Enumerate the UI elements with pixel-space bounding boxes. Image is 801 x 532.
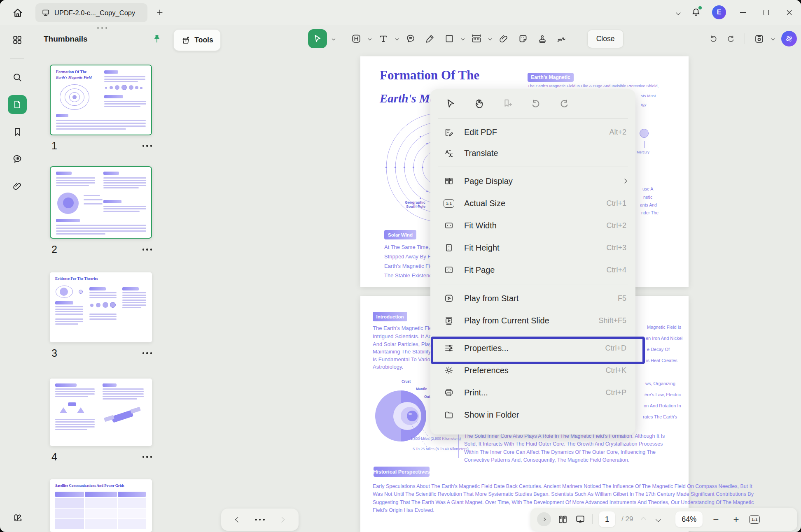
thumbnail-page-3[interactable]: Evidence For The Theories (50, 272, 152, 342)
new-tab-button[interactable] (154, 7, 166, 18)
menu-item-page-display[interactable]: Page Display (430, 170, 635, 192)
add-bookmark-icon[interactable] (501, 98, 514, 110)
pen-tool-button[interactable] (423, 32, 437, 46)
doc-text-line: Suggesting That The Earth Was A Giant Ma… (373, 499, 754, 505)
doc-text-fragment: e Decay Of (647, 347, 670, 352)
menu-item-play-from-current-slide[interactable]: Play from Current Slide Shift+F5 (430, 309, 635, 332)
presentation-mode-button[interactable] (574, 513, 586, 525)
doc-text-fragment: ère's Law, Electric (645, 392, 681, 397)
thumbnail-page-5[interactable]: Satellite Communications And Power Grids (50, 479, 152, 532)
menu-item-preferences[interactable]: Preferences Ctrl+K (430, 359, 635, 381)
shape-tool-button[interactable] (442, 32, 456, 46)
thumbnail-page-2[interactable] (50, 166, 152, 239)
back-button[interactable] (236, 516, 240, 523)
page-icon (12, 99, 23, 110)
menu-item-fit-page[interactable]: Fit Page Ctrl+4 (430, 259, 635, 281)
sticker-icon (517, 33, 529, 44)
zoom-out-button[interactable]: − (709, 514, 723, 524)
doc-text-line: Solid, It Interacts With The Fluid Outer… (464, 441, 663, 447)
text-tool-dropdown[interactable] (395, 37, 399, 40)
undo-icon[interactable] (530, 98, 542, 110)
previous-page-button[interactable] (639, 516, 648, 523)
close-window-button[interactable] (783, 6, 795, 19)
thumbnail-page-4[interactable] (50, 379, 152, 446)
sidebar-item-palette[interactable] (8, 508, 27, 527)
next-page-button[interactable] (654, 516, 663, 523)
attachment-tool-button[interactable] (497, 32, 511, 46)
sidebar-item-bookmark[interactable] (8, 122, 27, 141)
reading-mode-button[interactable] (557, 514, 568, 525)
redo-button[interactable] (726, 34, 736, 44)
measure-tool-button[interactable] (469, 32, 483, 46)
sidebar-item-attachment[interactable] (8, 177, 27, 195)
plus-icon (156, 8, 164, 16)
page-number: 1 (51, 140, 57, 152)
undo-button[interactable] (708, 34, 719, 44)
collapse-toolbar-button[interactable] (677, 9, 680, 16)
close-button[interactable]: Close (587, 30, 624, 48)
menu-item-show-in-folder[interactable]: Show in Folder (430, 404, 635, 426)
minimize-button[interactable] (737, 6, 749, 19)
cursor-icon[interactable] (444, 98, 457, 110)
home-icon (12, 7, 24, 19)
menu-item-edit-pdf[interactable]: Edit PDF Alt+2 (430, 122, 635, 143)
sidebar-item-search[interactable] (8, 68, 27, 87)
context-menu: Edit PDF Alt+2 Translate Page Display (430, 89, 635, 434)
menu-item-print[interactable]: Print... Ctrl+P (430, 381, 635, 404)
history-nav-bar (221, 509, 299, 531)
tools-button[interactable]: Tools (173, 29, 221, 51)
doc-text-fragment: ws, Organizing (645, 381, 675, 386)
notifications-button[interactable] (691, 7, 701, 18)
ai-assistant-button[interactable] (781, 31, 797, 46)
context-menu-quick-icons (430, 89, 635, 116)
menu-item-fit-height[interactable]: Fit Height Ctrl+3 (430, 237, 635, 259)
sidebar-item-comment[interactable] (8, 149, 27, 168)
save-dropdown[interactable] (771, 37, 775, 40)
save-button[interactable] (754, 33, 765, 44)
signature-tool-button[interactable] (555, 32, 569, 46)
panel-drag-handle[interactable] (97, 27, 107, 29)
avatar[interactable]: E (712, 5, 726, 19)
doc-text-fragment: nder The (641, 210, 659, 215)
heading-tool-button[interactable] (349, 32, 363, 46)
sidebar-item-grid[interactable] (8, 30, 27, 49)
home-button[interactable] (10, 5, 26, 21)
more-icon[interactable] (142, 352, 152, 354)
thumbnail-page-1[interactable]: Formation Of The Earth's Magnetic Field (50, 65, 152, 135)
stamp-tool-button[interactable] (535, 32, 549, 46)
redo-icon[interactable] (558, 98, 570, 110)
maximize-button[interactable] (760, 6, 772, 19)
more-icon[interactable] (142, 249, 152, 251)
collapse-bar-button[interactable] (537, 512, 551, 526)
menu-item-translate[interactable]: Translate (430, 143, 635, 164)
actual-size-button[interactable]: 1:1 (749, 515, 760, 524)
folder-icon (443, 409, 455, 420)
sticker-tool-button[interactable] (516, 32, 530, 46)
document-tab[interactable]: UPDF-2.0-c..._Copy_Copy (35, 3, 147, 22)
hand-icon[interactable] (473, 98, 485, 110)
more-pages-button[interactable] (255, 519, 265, 521)
pin-icon[interactable] (152, 34, 162, 44)
measure-tool-dropdown[interactable] (488, 37, 492, 40)
heading-tool-dropdown[interactable] (368, 37, 371, 40)
shape-tool-dropdown[interactable] (461, 37, 465, 40)
select-tool-button[interactable] (308, 29, 327, 48)
fit-page-icon (443, 265, 455, 275)
text-tool-button[interactable] (376, 32, 390, 46)
menu-item-play-from-start[interactable]: Play from Start F5 (430, 287, 635, 309)
forward-button[interactable] (280, 516, 284, 523)
doc-text-line: Convective Patterns And, Consequently, T… (464, 457, 629, 463)
menu-item-fit-width[interactable]: Fit Width Ctrl+2 (430, 214, 635, 237)
more-icon[interactable] (142, 456, 152, 458)
more-icon[interactable] (142, 145, 152, 147)
menu-item-properties[interactable]: Properties... Ctrl+D (430, 337, 635, 359)
select-tool-dropdown[interactable] (332, 37, 335, 40)
tab-title: UPDF-2.0-c..._Copy_Copy (54, 9, 135, 17)
zoom-level[interactable]: 64% (675, 511, 703, 527)
comment-tool-button[interactable] (404, 32, 418, 46)
menu-item-actual-size[interactable]: 1:1 Actual Size Ctrl+1 (430, 192, 635, 214)
page-number-input[interactable] (599, 511, 615, 527)
zoom-in-button[interactable]: + (729, 514, 743, 524)
comment-bubble-icon (405, 33, 416, 44)
sidebar-item-thumbnails[interactable] (8, 95, 27, 114)
